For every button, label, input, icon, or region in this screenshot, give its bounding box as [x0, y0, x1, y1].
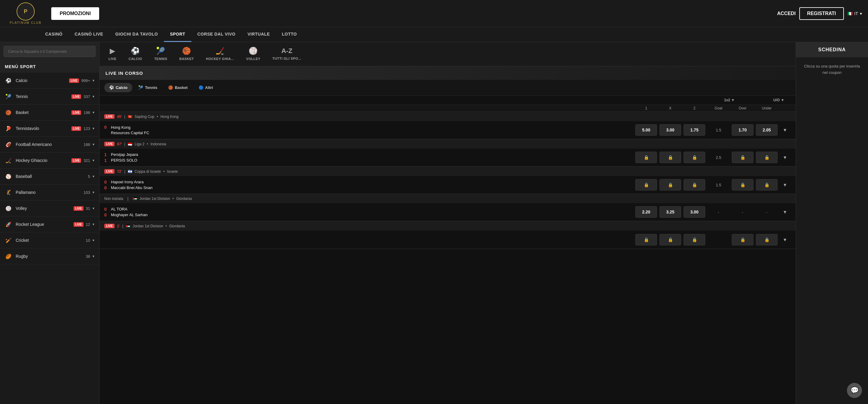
col-under-header: Under — [755, 106, 779, 110]
registrati-button[interactable]: REGISTRATI — [799, 7, 844, 20]
odds-btn-liga2-2[interactable] — [684, 152, 705, 163]
rocket-live-badge: LIVE — [73, 222, 83, 227]
match-row-jordan1: 0 AL TORA 0 Moghayer AL Sarhan 2.20 3.25… — [99, 203, 796, 221]
nav-lotto[interactable]: LOTTO — [276, 27, 303, 42]
more-btn-jor1[interactable]: ▾ — [779, 209, 791, 215]
league-country: Giordania — [176, 196, 192, 201]
sidebar-item-football-americano[interactable]: 🏈 Football Americano 188 ▾ — [0, 136, 99, 153]
tab-volley[interactable]: 🏐 VOLLEY — [240, 42, 267, 66]
chat-button[interactable]: 💬 — [847, 383, 862, 398]
odds-btn-hk-1[interactable]: 5.00 — [635, 124, 657, 136]
nav-corse[interactable]: CORSE DAL VIVO — [191, 27, 242, 42]
sidebar-item-volley[interactable]: 🏐 Volley LIVE 31 ▾ — [0, 200, 99, 216]
more-btn-hk[interactable]: ▾ — [779, 127, 791, 133]
odds-btn-hk-under[interactable]: 2.05 — [756, 124, 778, 136]
sidebar-item-pallamano[interactable]: 🤾 Pallamano 103 ▾ — [0, 185, 99, 200]
odds-btn-jor2-under[interactable] — [756, 234, 778, 245]
odds-btn-jor2-x[interactable] — [659, 234, 681, 245]
nav-sport[interactable]: SPORT — [164, 27, 191, 42]
more-btn-liga2[interactable]: ▾ — [779, 154, 791, 161]
teams-jordan1: 0 AL TORA 0 Moghayer AL Sarhan — [104, 207, 634, 217]
lock-icon — [764, 237, 770, 242]
tab-tennis[interactable]: 🎾 TENNIS — [148, 42, 173, 66]
filter-tennis[interactable]: 🎾 Tennis — [133, 83, 162, 92]
nav-casino[interactable]: CASINÒ — [39, 27, 68, 42]
sidebar-item-tennistavolo[interactable]: 🏓 Tennistavolo LIVE 123 ▾ — [0, 121, 99, 136]
header-1x2: 1x2 ▼ — [717, 98, 741, 102]
rocket-label: Rocket League — [16, 222, 73, 227]
odds-hk-1[interactable]: 5.00 — [634, 124, 658, 136]
tennis-label: Tennis — [16, 94, 71, 99]
nav-virtuale[interactable]: VIRTUALE — [241, 27, 276, 42]
football-count: 188 — [84, 142, 90, 147]
pallamano-label: Pallamano — [16, 190, 84, 195]
more-btn-jor2[interactable]: ▾ — [779, 237, 791, 243]
lock-icon — [668, 237, 673, 242]
odds-btn-isr-2[interactable] — [684, 179, 705, 190]
tab-all-sports[interactable]: A-Z TUTTI GLI SPO... — [267, 42, 307, 66]
more-btn-isr[interactable]: ▾ — [779, 182, 791, 188]
odds-hk-over[interactable]: 1.70 — [731, 124, 755, 136]
altri-filter-label: Altri — [205, 85, 213, 90]
odds-hk-goal: 1.5 — [707, 128, 731, 132]
tab-calcio[interactable]: ⚽ CALCIO — [122, 42, 148, 66]
sidebar-item-baseball[interactable]: ⚾ Baseball 5 ▾ — [0, 168, 99, 185]
odds-hk-under[interactable]: 2.05 — [755, 124, 779, 136]
sidebar-item-tennis[interactable]: 🎾 Tennis LIVE 337 ▾ — [0, 89, 99, 104]
odds-hk-x[interactable]: 3.00 — [658, 124, 682, 136]
odds-btn-jor2-2[interactable] — [684, 234, 705, 245]
odds-hk-2[interactable]: 1.75 — [682, 124, 707, 136]
sidebar-item-rocket-league[interactable]: 🚀 Rocket League LIVE 12 ▾ — [0, 216, 99, 232]
odds-btn-isr-1[interactable] — [635, 179, 657, 190]
sidebar-item-basket[interactable]: 🏀 Basket LIVE 198 ▾ — [0, 104, 99, 121]
filter-basket[interactable]: 🏀 Basket — [163, 83, 193, 92]
search-input[interactable] — [4, 46, 96, 57]
odds-btn-jor1-1[interactable]: 2.20 — [635, 206, 657, 218]
tab-live[interactable]: ▶ LIVE — [102, 42, 122, 66]
score-jor1-1: 0 — [104, 207, 108, 212]
lock-icon — [740, 182, 745, 187]
lock-icon — [668, 155, 673, 160]
odds-btn-jor1-2[interactable]: 3.00 — [684, 206, 705, 218]
odds-btn-hk-x[interactable]: 3.00 — [659, 124, 681, 136]
sidebar-item-rugby[interactable]: 🏉 Rugby 38 ▾ — [0, 248, 99, 265]
hockey-icon: 🏒 — [5, 157, 12, 164]
tennistavolo-icon: 🏓 — [5, 125, 12, 132]
odds-btn-isr-x[interactable] — [659, 179, 681, 190]
promo-button[interactable]: PROMOZIONI — [51, 7, 99, 20]
odds-btn-liga2-1[interactable] — [635, 152, 657, 163]
tennis-count: 337 — [84, 94, 90, 99]
sidebar-item-cricket[interactable]: 🏏 Cricket 10 ▾ — [0, 232, 99, 248]
league-name: Jordan 1st Division — [133, 224, 163, 228]
schedina-panel: SCHEDINA Clicca su una quota per inserir… — [796, 42, 868, 404]
team-name-liga2-1: Persijap Jepara — [111, 152, 138, 157]
filter-calcio[interactable]: ⚽ Calcio — [104, 83, 132, 92]
tab-basket[interactable]: 🏀 BASKET — [173, 42, 200, 66]
sidebar-item-calcio[interactable]: ⚽ Calcio LIVE 999+ ▾ — [0, 73, 99, 89]
filter-altri[interactable]: 🔵 Altri — [194, 83, 218, 92]
odds-btn-liga2-x[interactable] — [659, 152, 681, 163]
tab-hockey[interactable]: 🏒 HOCKEY GHIA... — [200, 42, 240, 66]
odds-btn-hk-over[interactable]: 1.70 — [732, 124, 753, 136]
flag-icon: 🇮🇹 — [847, 11, 852, 16]
nav-giochi-tavolo[interactable]: GIOCHI DA TAVOLO — [109, 27, 164, 42]
lock-icon — [668, 182, 673, 187]
odds-btn-jor2-1[interactable] — [635, 234, 657, 245]
hockey-live-badge: LIVE — [71, 158, 81, 163]
nav-casino-live[interactable]: CASINÒ LIVE — [68, 27, 109, 42]
odds-btn-isr-over[interactable] — [732, 179, 753, 190]
odds-btn-jor2-over[interactable] — [732, 234, 753, 245]
accedi-button[interactable]: ACCEDI — [777, 11, 796, 16]
lock-icon — [692, 182, 697, 187]
league-flag: 🇯🇴 — [133, 196, 137, 201]
language-selector[interactable]: 🇮🇹 IT ▾ — [847, 11, 862, 16]
sidebar-item-hockey[interactable]: 🏒 Hockey Ghiaccio LIVE 321 ▾ — [0, 153, 99, 168]
odds-btn-hk-2[interactable]: 1.75 — [684, 124, 705, 136]
filter-tabs: ⚽ Calcio 🎾 Tennis 🏀 Basket 🔵 Altri — [99, 80, 796, 96]
team-name-hk-1: Hong Kong — [111, 125, 130, 130]
tennis-live-badge: LIVE — [71, 94, 81, 99]
odds-btn-liga2-under[interactable] — [756, 152, 778, 163]
odds-btn-liga2-over[interactable] — [732, 152, 753, 163]
odds-btn-jor1-x[interactable]: 3.25 — [659, 206, 681, 218]
odds-btn-isr-under[interactable] — [756, 179, 778, 190]
